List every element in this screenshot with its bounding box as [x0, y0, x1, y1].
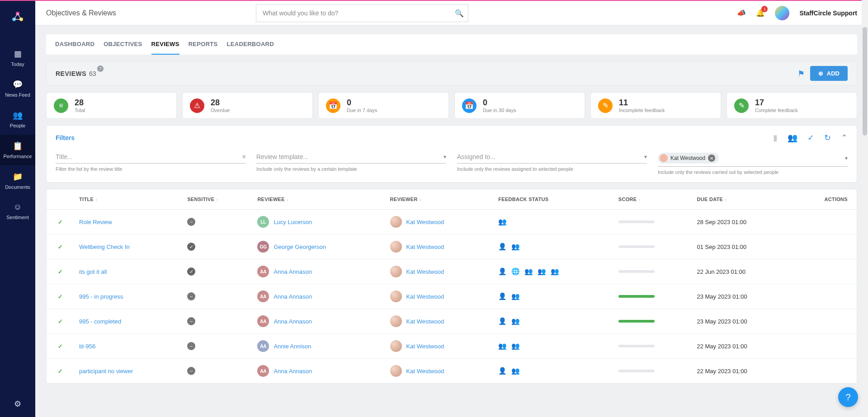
reviewer-link[interactable]: Kat Westwood — [406, 244, 444, 250]
avatar — [390, 290, 402, 302]
stat-icon: 📅 — [462, 98, 476, 113]
stat-number: 11 — [619, 98, 665, 108]
stat-card[interactable]: 📅 0 Due in 7 days — [318, 92, 449, 119]
reviewer-link[interactable]: Kat Westwood — [406, 219, 444, 225]
sidebar-item-sentiment[interactable]: ☺ Sentiment — [0, 196, 35, 226]
check-icon: ✓ — [58, 244, 63, 250]
stat-card[interactable]: ✎ 11 Incomplete feedback — [590, 92, 721, 119]
add-button[interactable]: ⊕ ADD — [810, 66, 848, 81]
review-title-link[interactable]: Wellbeing Check In — [79, 244, 130, 250]
chevron-down-icon[interactable]: ▾ — [443, 154, 446, 160]
sidebar-item-performance[interactable]: 📋 Performance — [0, 135, 35, 165]
tab-reviews[interactable]: REVIEWS — [151, 34, 179, 55]
reviewer-link[interactable]: Kat Westwood — [406, 343, 444, 350]
reviewee-link[interactable]: Anna Annason — [274, 268, 312, 275]
stat-card[interactable]: 📅 0 Due in 30 days — [454, 92, 585, 119]
reviewee-link[interactable]: George Georgerson — [274, 244, 326, 250]
reviewer-link[interactable]: Kat Westwood — [406, 293, 444, 300]
col-reviewee[interactable]: REVIEWEE — [252, 189, 384, 210]
filter-icon[interactable]: ≡ — [242, 154, 245, 160]
stat-card[interactable]: ≡ 28 Total — [46, 92, 177, 119]
reviews-header: REVIEWS 63 ? ⚑ ⊕ ADD — [46, 61, 857, 86]
chevron-down-icon[interactable]: ▾ — [644, 154, 647, 160]
settings-icon[interactable]: ⚙ — [14, 399, 21, 409]
tab-objectives[interactable]: OBJECTIVES — [104, 34, 142, 55]
stats-row: ≡ 28 Total ⚠ 28 Overdue 📅 0 Due in 7 day… — [46, 92, 857, 119]
help-icon[interactable]: ? — [97, 66, 104, 72]
score-bar — [618, 370, 655, 372]
tab-dashboard[interactable]: DASHBOARD — [55, 34, 94, 55]
reviewee-link[interactable]: Anna Annason — [274, 368, 312, 375]
col-due[interactable]: DUE DATE — [691, 189, 793, 210]
feedback-status-icon: 👥 — [498, 218, 507, 226]
col-sensitive[interactable]: SENSITIVE — [182, 189, 252, 210]
search-input[interactable] — [256, 4, 468, 22]
reviews-title: REVIEWS — [56, 70, 86, 77]
filter-template-select[interactable] — [256, 153, 441, 160]
scrollbar[interactable] — [862, 0, 868, 417]
feedback-status-icon: 👤 — [498, 267, 507, 276]
announce-icon[interactable]: 📣 — [737, 9, 746, 17]
sidebar-item-documents[interactable]: 📁 Documents — [0, 165, 35, 196]
user-name: StaffCircle Support — [799, 9, 857, 17]
remove-chip-icon[interactable]: ✕ — [708, 155, 715, 162]
help-fab[interactable]: ? — [838, 387, 858, 407]
review-title-link[interactable]: its got it all — [79, 268, 107, 275]
avatar: AA — [257, 315, 269, 327]
stat-label: Due in 30 days — [483, 108, 516, 113]
sensitive-icon: − — [187, 218, 195, 226]
history-icon[interactable]: ↻ — [824, 133, 831, 143]
review-title-link[interactable]: Role Review — [79, 219, 112, 225]
reviews-table: TITLE SENSITIVE REVIEWEE REVIEWER FEEDBA… — [46, 189, 857, 384]
check-icon: ✓ — [58, 368, 63, 375]
search-icon[interactable]: 🔍 — [455, 9, 464, 17]
stat-icon: ⚠ — [190, 98, 204, 113]
sidebar-item-people[interactable]: 👥 People — [0, 104, 35, 135]
reviewee-link[interactable]: Lucy Lucerson — [274, 219, 312, 225]
avatar: AA — [257, 290, 269, 302]
feedback-status: 👤🌐👥👥👥 — [498, 267, 607, 276]
tab-reports[interactable]: REPORTS — [189, 34, 218, 55]
bell-icon[interactable]: 🔔 1 — [756, 9, 765, 17]
avatar — [390, 216, 402, 228]
flag-icon[interactable]: ⚑ — [797, 69, 805, 79]
sidebar-item-label: Performance — [4, 154, 32, 159]
priority-icon[interactable]: ▮ — [773, 133, 778, 143]
stat-label: Total — [75, 108, 85, 113]
page-title: Objectives & Reviews — [46, 9, 116, 17]
col-score[interactable]: SCORE — [613, 189, 692, 210]
feedback-status-icon: 👥 — [524, 267, 533, 276]
collapse-icon[interactable]: ⌃ — [841, 133, 848, 143]
filter-title-input[interactable] — [56, 153, 240, 160]
reviewer-link[interactable]: Kat Westwood — [406, 268, 444, 275]
reviewer-link[interactable]: Kat Westwood — [406, 368, 444, 375]
filter-template-help: Include only the reviews by a certain te… — [256, 166, 446, 172]
review-title-link[interactable]: 995 - completed — [79, 318, 121, 325]
tab-leaderboard[interactable]: LEADERBOARD — [227, 34, 274, 55]
stat-card[interactable]: ⚠ 28 Overdue — [182, 92, 313, 119]
review-title-link[interactable]: tit-956 — [79, 343, 95, 350]
check-filter-icon[interactable]: ✓ — [807, 133, 814, 143]
smile-icon: ☺ — [14, 202, 22, 212]
app-logo — [10, 10, 25, 24]
feedback-status-icon: 👥 — [511, 367, 520, 375]
filter-assigned-select[interactable] — [457, 153, 642, 160]
reviewee-link[interactable]: Anna Annason — [274, 293, 312, 300]
filters-title: Filters — [56, 134, 75, 141]
people-filter-icon[interactable]: 👥 — [788, 133, 797, 143]
sidebar-item-today[interactable]: ▦ Today — [0, 42, 35, 73]
sidebar-item-news-feed[interactable]: 💬 News Feed — [0, 73, 35, 104]
feedback-status-icon: 👥 — [511, 292, 520, 300]
user-avatar[interactable] — [775, 6, 789, 20]
stat-card[interactable]: ✎ 17 Complete feedback — [726, 92, 857, 119]
chevron-down-icon[interactable]: ▾ — [845, 155, 848, 161]
review-title-link[interactable]: 995 - in progress — [79, 293, 123, 300]
reviewee-link[interactable]: Anna Annason — [274, 318, 312, 325]
col-reviewer[interactable]: REVIEWER — [385, 189, 493, 210]
review-title-link[interactable]: participant no viewer — [79, 368, 133, 375]
reviewee-link[interactable]: Annie Annison — [274, 343, 311, 350]
reviewer-link[interactable]: Kat Westwood — [406, 318, 444, 325]
score-bar — [618, 245, 655, 248]
col-title[interactable]: TITLE — [74, 189, 182, 210]
feedback-status-icon: 👥 — [538, 267, 546, 276]
